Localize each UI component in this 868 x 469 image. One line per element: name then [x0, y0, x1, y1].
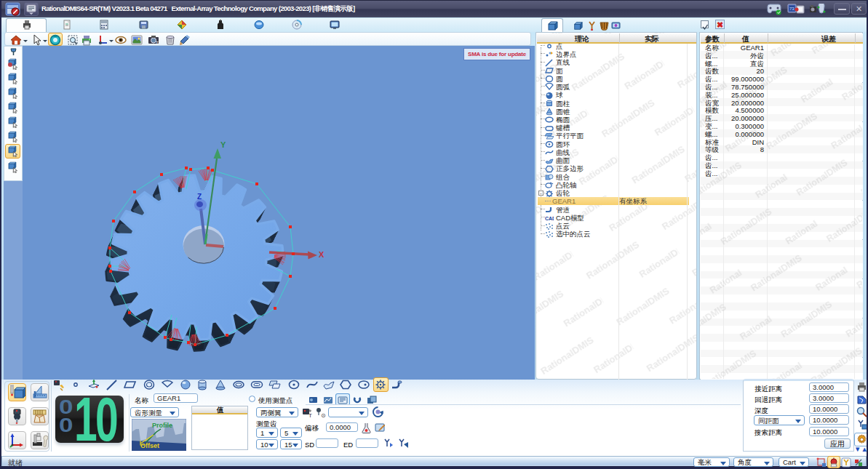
svg-text:Y: Y: [220, 140, 226, 149]
svg-text:Profile: Profile: [152, 422, 172, 429]
svg-text:73: 73: [789, 7, 795, 11]
svg-text:⊙: ⊙: [321, 412, 326, 418]
svg-text:CAD: CAD: [545, 216, 554, 221]
svg-text:Offset: Offset: [140, 442, 159, 449]
svg-text:X: X: [319, 250, 324, 259]
svg-text:Z: Z: [197, 193, 202, 201]
svg-text:T: T: [308, 412, 312, 418]
